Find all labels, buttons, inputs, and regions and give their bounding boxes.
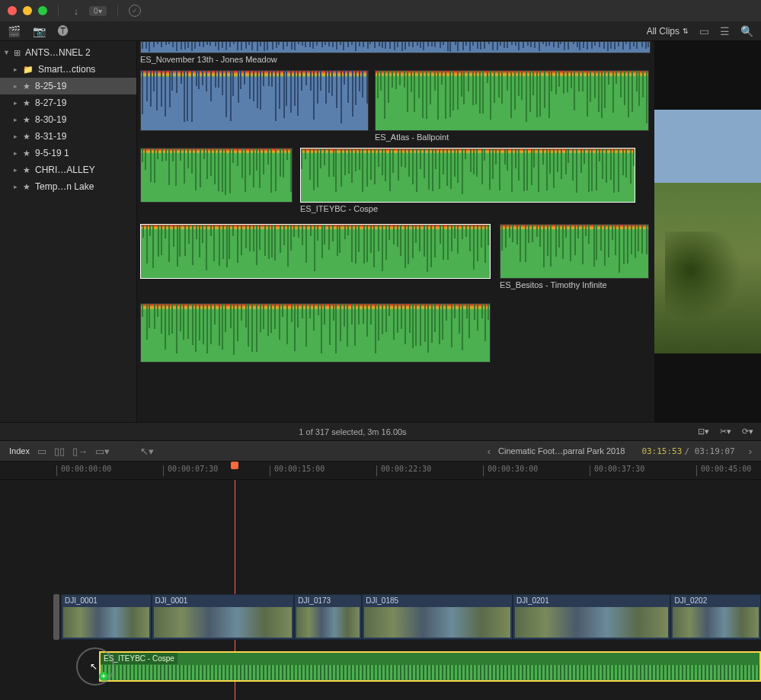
sidebar-item-label: CHRI…ALLEY <box>35 165 95 175</box>
library-name: ANTS…NNEL 2 <box>25 47 91 58</box>
timeline[interactable]: DJI_0001DJI_0001DJI_0173DJI_0185DJI_0201… <box>0 480 761 700</box>
media-browser[interactable]: ES_November 13th - Jones Meadow ES_Atlas… <box>137 41 654 422</box>
sidebar-item-label: Temp…n Lake <box>35 181 94 192</box>
timeline-ruler[interactable]: 00:00:00:0000:00:07:3000:00:15:0000:00:2… <box>0 462 761 480</box>
photos-view-icon[interactable]: 📷 <box>33 25 46 37</box>
disclosure-triangle-icon[interactable]: ▸ <box>12 133 18 140</box>
clip-appearance-icon[interactable]: ⊡▾ <box>698 427 709 436</box>
sidebar-item-label: 9-5-19 1 <box>35 148 69 158</box>
event-star-icon: ★ <box>23 132 30 142</box>
video-clip[interactable]: DJI_0201 <box>513 594 671 640</box>
audio-clip-scrubber[interactable] <box>140 41 651 53</box>
disclosure-triangle-icon[interactable]: ▼ <box>3 49 9 56</box>
history-back-icon[interactable]: ‹ <box>488 446 491 457</box>
disclosure-triangle-icon[interactable]: ▸ <box>12 99 18 107</box>
primary-storyline[interactable]: DJI_0001DJI_0001DJI_0173DJI_0185DJI_0201… <box>61 594 761 640</box>
clip-label: ES_Besitos - Timothy Infinite <box>500 280 649 289</box>
window-titlebar: ↓ 0▾ ✓ <box>0 0 761 21</box>
audio-clip[interactable] <box>375 70 649 131</box>
sidebar-item[interactable]: ▸★CHRI…ALLEY <box>0 161 136 178</box>
audio-clip-selected[interactable] <box>300 148 635 203</box>
sidebar-item-label: 8-31-19 <box>35 131 66 142</box>
disclosure-triangle-icon[interactable]: ▸ <box>12 183 18 190</box>
ruler-tick: 00:00:22:30 <box>381 465 431 473</box>
track-resize-handle[interactable] <box>53 594 59 640</box>
ruler-tick: 00:00:07:30 <box>168 465 218 473</box>
sidebar-item[interactable]: ▸★8-30-19 <box>0 111 136 128</box>
viewer-preview[interactable] <box>654 110 761 353</box>
disclosure-triangle-icon[interactable]: ▸ <box>12 66 18 73</box>
clip-label: ES_ITEYBC - Cospe <box>300 204 635 213</box>
sidebar-item[interactable]: ▸★8-25-19 <box>0 78 136 94</box>
timeline-index-button[interactable]: Index <box>9 446 30 455</box>
library-sidebar: ▼ ⊞ ANTS…NNEL 2 ▸📁Smart…ctions▸★8-25-19▸… <box>0 41 137 422</box>
library-root[interactable]: ▼ ⊞ ANTS…NNEL 2 <box>0 44 136 61</box>
event-star-icon: ★ <box>23 82 30 91</box>
window-close-button[interactable] <box>8 6 17 15</box>
folder-icon: 📁 <box>23 65 34 75</box>
video-clip-label: DJI_0201 <box>513 595 552 606</box>
disclosure-triangle-icon[interactable]: ▸ <box>12 149 18 157</box>
video-clip-label: DJI_0202 <box>671 595 710 606</box>
titles-view-icon[interactable]: 🅣 <box>58 25 69 37</box>
tools-icon[interactable]: ✂▾ <box>720 427 731 436</box>
retiming-icon[interactable]: ⟳▾ <box>742 427 753 436</box>
connect-clip-icon[interactable]: ▭ <box>37 446 46 457</box>
video-clip[interactable]: DJI_0202 <box>670 594 761 640</box>
history-forward-icon[interactable]: › <box>749 446 752 457</box>
browser-status-bar: 1 of 317 selected, 3m 16.00s ⊡▾ ✂▾ ⟳▾ <box>0 422 761 440</box>
select-tool-icon[interactable]: ↖▾ <box>140 446 154 457</box>
timecode-total: 03:19:07 <box>695 446 735 456</box>
video-clip[interactable]: DJI_0001 <box>152 594 295 640</box>
timeline-breadcrumb[interactable]: Cinematic Foot…parral Park 2018 <box>498 446 625 455</box>
clip-label: ES_Atlas - Ballpoint <box>375 133 649 142</box>
disclosure-triangle-icon[interactable]: ▸ <box>12 166 18 174</box>
audio-clip[interactable] <box>140 148 293 203</box>
library-view-icon[interactable]: 🎬 <box>8 25 21 37</box>
ruler-tick: 00:00:37:30 <box>594 465 644 473</box>
clip-filter-dropdown[interactable]: All Clips ⇅ <box>647 26 689 37</box>
clip-filter-label: All Clips <box>647 26 679 37</box>
video-clip-label: DJI_0001 <box>152 595 191 606</box>
insert-clip-icon[interactable]: ▯▯ <box>54 446 65 457</box>
timecode-current: 03:15:53 <box>641 446 682 456</box>
sidebar-item[interactable]: ▸★8-31-19 <box>0 128 136 145</box>
clip-label: ES_November 13th - Jones Meadow <box>140 55 651 64</box>
viewer-panel <box>654 41 761 422</box>
audio-clip[interactable] <box>140 70 369 131</box>
audio-clip[interactable] <box>500 224 649 279</box>
video-clip[interactable]: DJI_0001 <box>61 594 152 640</box>
sidebar-item[interactable]: ▸★8-27-19 <box>0 94 136 111</box>
sidebar-item-label: 8-30-19 <box>35 114 66 125</box>
event-star-icon: ★ <box>23 149 30 158</box>
cursor-add-badge: + <box>99 672 108 681</box>
overwrite-clip-icon[interactable]: ▭▾ <box>95 446 110 457</box>
playhead-marker[interactable] <box>231 462 238 469</box>
video-clip[interactable]: DJI_0173 <box>294 594 362 640</box>
sidebar-item[interactable]: ▸★9-5-19 1 <box>0 145 136 161</box>
sidebar-item[interactable]: ▸📁Smart…ctions <box>0 61 136 78</box>
cursor-arrow-icon: ↖ <box>90 661 98 672</box>
ruler-tick: 00:00:00:00 <box>61 465 111 473</box>
audio-clip-selected[interactable] <box>140 224 491 279</box>
append-clip-icon[interactable]: ▯→ <box>72 446 88 457</box>
sidebar-item[interactable]: ▸★Temp…n Lake <box>0 178 136 195</box>
list-view-icon[interactable]: ☰ <box>720 25 730 37</box>
disclosure-triangle-icon[interactable]: ▸ <box>12 116 18 123</box>
window-zoom-button[interactable] <box>38 6 47 15</box>
window-minimize-button[interactable] <box>23 6 32 15</box>
background-tasks-icon[interactable]: ✓ <box>129 5 141 17</box>
event-star-icon: ★ <box>23 165 30 175</box>
sidebar-item-label: 8-27-19 <box>35 97 66 108</box>
connected-audio-clip[interactable]: ES_ITEYBC - Cospe <box>99 651 761 682</box>
filmstrip-view-icon[interactable]: ▭ <box>699 25 709 37</box>
search-icon[interactable]: 🔍 <box>740 25 753 37</box>
keyword-pill[interactable]: 0▾ <box>89 6 107 16</box>
disclosure-triangle-icon[interactable]: ▸ <box>12 82 18 90</box>
chevron-updown-icon: ⇅ <box>683 27 689 35</box>
audio-clip[interactable] <box>140 303 491 363</box>
event-star-icon: ★ <box>23 98 30 108</box>
import-icon[interactable]: ↓ <box>69 5 83 17</box>
video-clip[interactable]: DJI_0185 <box>362 594 513 640</box>
event-star-icon: ★ <box>23 182 30 192</box>
